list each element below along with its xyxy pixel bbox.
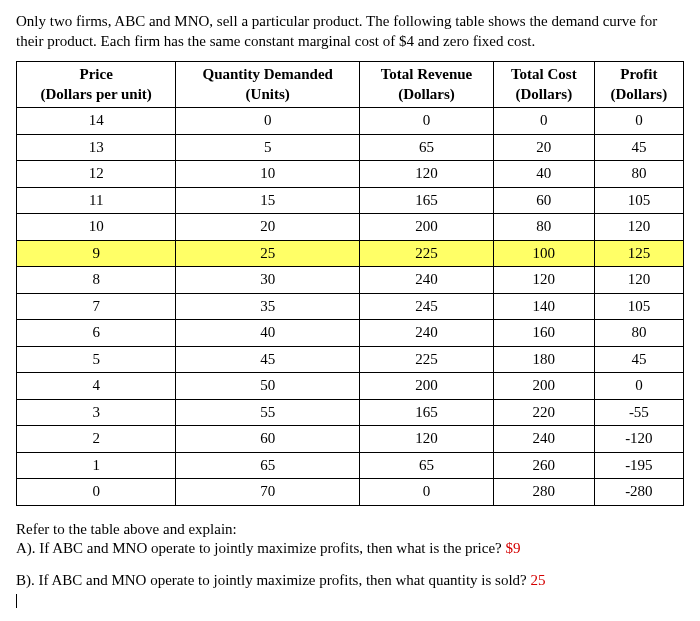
refer-line: Refer to the table above and explain: <box>16 521 237 537</box>
cell-price: 5 <box>17 346 176 373</box>
col-profit: Profit (Dollars) <box>594 62 683 108</box>
cell-qty: 50 <box>176 373 360 400</box>
cell-cost: 60 <box>493 187 594 214</box>
col-qty-l2: (Units) <box>182 85 353 105</box>
cell-rev: 165 <box>360 187 494 214</box>
cell-cost: 80 <box>493 214 594 241</box>
cell-qty: 70 <box>176 479 360 506</box>
cell-rev: 65 <box>360 452 494 479</box>
cell-price: 6 <box>17 320 176 347</box>
cell-profit: -195 <box>594 452 683 479</box>
question-a: A). If ABC and MNO operate to jointly ma… <box>16 540 505 556</box>
table-row: 64024016080 <box>17 320 684 347</box>
cell-price: 4 <box>17 373 176 400</box>
cell-price: 13 <box>17 134 176 161</box>
cell-profit: 80 <box>594 320 683 347</box>
cell-profit: -55 <box>594 399 683 426</box>
cell-profit: 120 <box>594 267 683 294</box>
refer-text: Refer to the table above and explain: A)… <box>16 520 684 559</box>
cell-cost: 200 <box>493 373 594 400</box>
cell-price: 12 <box>17 161 176 188</box>
col-rev-l1: Total Revenue <box>381 66 473 82</box>
cell-qty: 25 <box>176 240 360 267</box>
cell-price: 8 <box>17 267 176 294</box>
cell-qty: 10 <box>176 161 360 188</box>
table-row: 260120240-120 <box>17 426 684 453</box>
col-profit-l2: (Dollars) <box>601 85 677 105</box>
cell-profit: 0 <box>594 373 683 400</box>
cell-qty: 55 <box>176 399 360 426</box>
table-row: 355165220-55 <box>17 399 684 426</box>
cell-cost: 260 <box>493 452 594 479</box>
cell-qty: 65 <box>176 452 360 479</box>
cell-rev: 200 <box>360 373 494 400</box>
question-b: B). If ABC and MNO operate to jointly ma… <box>16 572 531 588</box>
cell-rev: 120 <box>360 426 494 453</box>
answer-b: 25 <box>531 572 546 588</box>
table-row: 54522518045 <box>17 346 684 373</box>
cell-price: 2 <box>17 426 176 453</box>
cell-rev: 165 <box>360 399 494 426</box>
cell-profit: 45 <box>594 134 683 161</box>
cell-qty: 30 <box>176 267 360 294</box>
cell-cost: 240 <box>493 426 594 453</box>
cell-cost: 160 <box>493 320 594 347</box>
col-price-l2: (Dollars per unit) <box>23 85 169 105</box>
cell-cost: 280 <box>493 479 594 506</box>
cell-qty: 0 <box>176 108 360 135</box>
cell-cost: 220 <box>493 399 594 426</box>
cell-price: 14 <box>17 108 176 135</box>
table-row: 140000 <box>17 108 684 135</box>
cell-cost: 180 <box>493 346 594 373</box>
table-row: 925225100125 <box>17 240 684 267</box>
cell-profit: 105 <box>594 293 683 320</box>
cell-qty: 60 <box>176 426 360 453</box>
col-cost-l1: Total Cost <box>511 66 577 82</box>
col-qty: Quantity Demanded (Units) <box>176 62 360 108</box>
table-row: 830240120120 <box>17 267 684 294</box>
cell-rev: 225 <box>360 240 494 267</box>
cell-price: 11 <box>17 187 176 214</box>
cell-profit: 80 <box>594 161 683 188</box>
table-row: 0700280-280 <box>17 479 684 506</box>
cell-qty: 20 <box>176 214 360 241</box>
cell-rev: 240 <box>360 320 494 347</box>
demand-table: Price (Dollars per unit) Quantity Demand… <box>16 61 684 506</box>
cell-qty: 40 <box>176 320 360 347</box>
answer-a: $9 <box>505 540 520 556</box>
col-rev: Total Revenue (Dollars) <box>360 62 494 108</box>
cell-rev: 245 <box>360 293 494 320</box>
col-qty-l1: Quantity Demanded <box>202 66 332 82</box>
cell-price: 3 <box>17 399 176 426</box>
cell-cost: 40 <box>493 161 594 188</box>
col-cost-l2: (Dollars) <box>500 85 588 105</box>
text-cursor[interactable] <box>16 594 17 608</box>
table-row: 4502002000 <box>17 373 684 400</box>
cell-price: 0 <box>17 479 176 506</box>
col-price-l1: Price <box>80 66 113 82</box>
table-row: 102020080120 <box>17 214 684 241</box>
cell-rev: 65 <box>360 134 494 161</box>
table-row: 16565260-195 <box>17 452 684 479</box>
cell-qty: 5 <box>176 134 360 161</box>
cell-profit: 105 <box>594 187 683 214</box>
cell-cost: 140 <box>493 293 594 320</box>
cell-profit: 125 <box>594 240 683 267</box>
cell-price: 10 <box>17 214 176 241</box>
cell-rev: 120 <box>360 161 494 188</box>
cell-cost: 120 <box>493 267 594 294</box>
cell-profit: 0 <box>594 108 683 135</box>
table-row: 111516560105 <box>17 187 684 214</box>
cell-price: 1 <box>17 452 176 479</box>
cell-cost: 20 <box>493 134 594 161</box>
cell-rev: 240 <box>360 267 494 294</box>
cell-qty: 15 <box>176 187 360 214</box>
cell-rev: 200 <box>360 214 494 241</box>
cell-cost: 0 <box>493 108 594 135</box>
cell-price: 7 <box>17 293 176 320</box>
cell-price: 9 <box>17 240 176 267</box>
cell-cost: 100 <box>493 240 594 267</box>
cell-qty: 35 <box>176 293 360 320</box>
col-profit-l1: Profit <box>620 66 657 82</box>
col-rev-l2: (Dollars) <box>366 85 487 105</box>
